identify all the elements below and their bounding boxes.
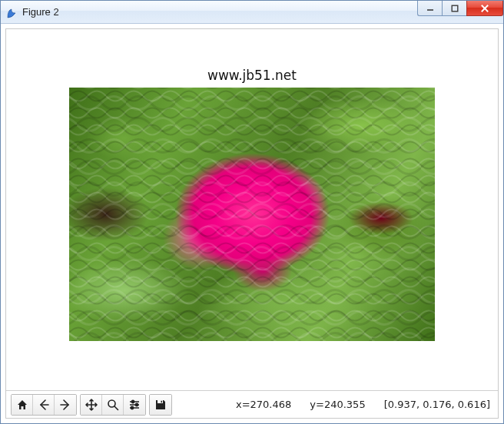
figure-window: Figure 2 www.jb51.net [0, 0, 504, 424]
status-y: y=240.355 [310, 399, 365, 410]
zoom-button[interactable] [102, 395, 124, 415]
svg-line-9 [114, 406, 118, 410]
status-x: x=270.468 [236, 399, 291, 410]
svg-rect-1 [452, 5, 458, 12]
io-group [149, 394, 172, 416]
plot-title: www.jb51.net [207, 68, 297, 83]
matplotlib-toolbar: x=270.468 y=240.355 [0.937, 0.176, 0.616… [6, 390, 498, 418]
status-rgb: [0.937, 0.176, 0.616] [384, 399, 490, 410]
svg-point-11 [131, 400, 134, 402]
app-icon [5, 6, 18, 18]
plot-image [69, 88, 435, 341]
figure-canvas[interactable]: www.jb51.net [6, 29, 498, 390]
configure-button[interactable] [124, 395, 145, 415]
back-button[interactable] [33, 395, 55, 415]
forward-button[interactable] [55, 395, 76, 415]
maximize-button[interactable] [442, 1, 466, 16]
svg-point-13 [135, 403, 138, 406]
home-button[interactable] [12, 395, 33, 415]
close-button[interactable] [466, 1, 503, 16]
nav-group [11, 394, 77, 416]
minimize-button[interactable] [417, 1, 442, 16]
window-title: Figure 2 [22, 6, 59, 18]
client-area: www.jb51.net [5, 28, 499, 419]
titlebar[interactable]: Figure 2 [1, 1, 503, 24]
cursor-status: x=270.468 y=240.355 [0.937, 0.176, 0.616… [236, 399, 493, 410]
save-button[interactable] [150, 395, 171, 415]
view-group [80, 394, 146, 416]
pan-button[interactable] [81, 395, 102, 415]
svg-point-15 [131, 406, 133, 409]
window-controls [417, 1, 503, 16]
